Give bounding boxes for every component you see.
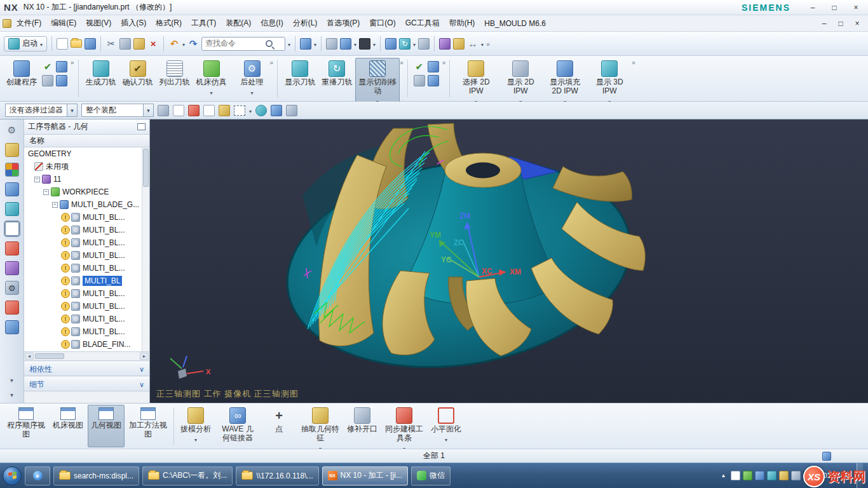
antivirus-icon[interactable] [743,471,752,480]
tree-row-geometry[interactable]: GEOMETRY [24,147,149,160]
menu-analysis[interactable]: 分析(L) [288,16,322,30]
cut-icon[interactable]: ✂ [105,38,117,50]
snap-arc-center-icon[interactable] [219,105,230,116]
section-view-icon[interactable] [326,38,337,50]
create-method-icon[interactable] [42,75,53,86]
hub-bore[interactable] [466,163,500,179]
rotate-view-icon[interactable]: ↻ [399,38,410,50]
start-button[interactable]: 启动 [4,36,47,51]
qq-icon[interactable] [755,471,764,480]
collapse-expander[interactable] [43,189,49,195]
select-2d-ipw-button[interactable]: 选择 2D IPW [454,58,498,108]
machine-tool-view-button[interactable]: 机床视图 [50,405,86,447]
snap-angle-icon[interactable] [453,38,465,50]
tree-row-operation[interactable]: ! ⚙ MULTI_BL... [24,224,149,236]
draft-analysis-button[interactable]: 拔模分析 [177,405,214,447]
delete-icon[interactable]: × [147,38,159,50]
menu-file[interactable]: 文件(F) [12,16,46,30]
scroll-left-arrow[interactable]: ◄ [25,353,34,360]
roles-gear-icon[interactable]: ⚙ [5,123,19,137]
measure-dropdown-arrow[interactable] [481,39,484,48]
resource-bar-chevron-1[interactable] [10,376,13,384]
machine-simulation-dropdown[interactable] [210,88,213,97]
create-tool-icon[interactable]: ✔ [42,61,53,72]
copy-icon[interactable] [119,38,131,50]
list-toolpath-button[interactable]: 列出刀轨 [156,58,193,90]
group-overflow-chevron[interactable] [270,58,274,67]
collapse-expander[interactable] [52,202,58,208]
scrollbar-thumb[interactable] [35,353,64,359]
generate-toolpath-button[interactable]: 生成刀轨 [83,58,119,90]
new-file-icon[interactable] [57,38,68,50]
web-browser-icon[interactable] [5,320,19,334]
selection-filter-arrow[interactable] [67,104,77,116]
menu-window[interactable]: 窗口(O) [365,16,400,30]
documentation-icon[interactable] [5,301,19,315]
show-3d-ipw-button[interactable]: 显示 3D IPW [587,58,632,108]
viewport-canvas[interactable]: ZM ZC YM YC XC XM X [150,119,868,403]
rectangle-select-icon[interactable] [234,105,245,116]
tree-row-operation[interactable]: ! ⚙ MULTI_BL... [24,236,149,249]
tree-row-workpiece[interactable]: WORKPIECE [24,186,149,198]
undo-icon[interactable]: ↶ [168,38,180,50]
command-finder[interactable] [201,37,285,51]
facet-body-button[interactable]: 小平面化 [428,405,465,447]
menu-format[interactable]: 格式(R) [151,16,186,30]
collapse-expander[interactable] [34,177,40,182]
fit-view-icon[interactable] [418,38,430,50]
patch-opening-button[interactable]: 修补开口 [344,405,381,447]
cube-wireframe-icon[interactable] [286,105,297,116]
synchronous-modeling-button[interactable]: 同步建模工具条 [382,405,426,447]
orient-dropdown-arrow[interactable] [413,39,416,48]
status-tray-icon[interactable] [822,452,831,461]
taskbar-nx-button[interactable]: NX NX 10 - 加工 - [ji... [322,466,408,485]
restore-button[interactable]: □ [826,2,843,13]
hidden-icons-chevron[interactable]: ▲ [719,471,728,480]
render-style-icon[interactable] [439,38,451,50]
undo-dropdown-arrow[interactable] [182,39,185,48]
assembly-navigator-icon[interactable] [5,143,19,157]
selection-scope-combo[interactable]: 整个装配 [81,104,154,117]
gouge-check-icon[interactable]: ✔ [414,61,425,72]
tree-row-operation[interactable]: ! ⚙ MULTI_BL... [24,249,149,262]
show-filled-2d-ipw-button[interactable]: 显示填充 2D IPW [543,58,587,108]
create-program-button[interactable]: 创建程序 [3,58,40,90]
dependencies-section-header[interactable]: 相依性 [24,362,149,376]
selection-filter-combo[interactable]: 没有选择过滤器 [5,104,78,117]
scrollbar-thumb[interactable] [143,149,149,187]
details-section-header[interactable]: 细节 [24,377,149,391]
tool-settings-icon[interactable]: ⚙ [5,281,19,295]
wave-geometry-linker-button[interactable]: ∞ WAVE 几何链接器 [215,405,260,447]
navigator-column-header[interactable]: 名称 [24,135,149,147]
point-button[interactable]: + 点 [261,405,297,447]
program-order-view-button[interactable]: 程序顺序视图 [4,405,48,447]
snap-intersection-icon[interactable] [203,105,215,116]
scroll-right-arrow[interactable]: ► [140,353,149,360]
display-mode-icon[interactable] [359,38,370,50]
tree-row-operation[interactable]: ! ⚙ MULTI_BL... [24,325,149,338]
shaded-dropdown-arrow[interactable] [354,39,356,48]
history-icon[interactable] [5,202,19,216]
machine-tool-navigator-icon[interactable] [5,241,19,255]
tree-row-mcs[interactable]: 11 [24,173,149,186]
display-mode-dropdown-arrow[interactable] [373,39,376,48]
menu-insert[interactable]: 插入(S) [116,16,151,30]
menu-help[interactable]: 帮助(H) [445,16,480,30]
details-chevron-icon[interactable] [139,380,144,389]
part-navigator-icon[interactable] [5,163,19,177]
rectangle-select-dropdown[interactable] [249,106,252,115]
show-cutting-moves-button[interactable]: 显示切削移动 [355,58,400,108]
measure-icon[interactable]: ↔ [467,38,478,50]
postprocess-dropdown[interactable] [251,88,254,97]
postprocess-button[interactable]: ⚙ 后处理 [234,58,270,100]
toolpath-report-icon[interactable] [428,61,439,72]
selection-scope-arrow[interactable] [143,104,153,116]
group-overflow-chevron[interactable] [632,58,635,67]
paste-icon[interactable] [133,38,145,50]
menu-view[interactable]: 视图(V) [81,16,116,30]
pan-view-icon[interactable] [385,38,397,50]
search-icon[interactable] [266,40,273,47]
shaded-ball-icon[interactable] [255,105,267,116]
menu-edit[interactable]: 编辑(E) [46,16,81,30]
doc-minimize-button[interactable]: – [816,18,832,29]
